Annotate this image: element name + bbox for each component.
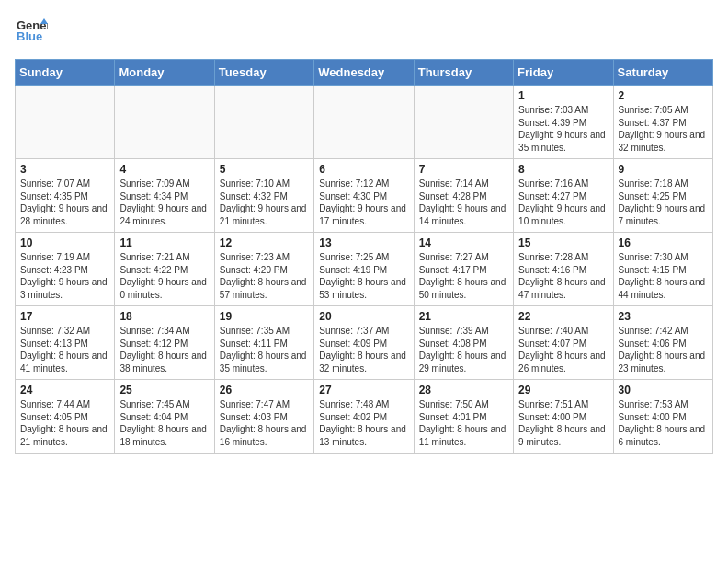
calendar-cell: 4Sunrise: 7:09 AM Sunset: 4:34 PM Daylig… xyxy=(115,159,214,233)
day-number: 3 xyxy=(20,163,109,176)
day-info: Sunrise: 7:18 AM Sunset: 4:25 PM Dayligh… xyxy=(619,178,708,227)
day-number: 10 xyxy=(20,236,109,249)
day-number: 22 xyxy=(518,310,608,323)
day-number: 1 xyxy=(518,89,608,102)
day-info: Sunrise: 7:42 AM Sunset: 4:06 PM Dayligh… xyxy=(619,325,708,374)
day-info: Sunrise: 7:50 AM Sunset: 4:01 PM Dayligh… xyxy=(419,398,508,448)
calendar-week-3: 10Sunrise: 7:19 AM Sunset: 4:23 PM Dayli… xyxy=(16,233,713,306)
day-info: Sunrise: 7:19 AM Sunset: 4:23 PM Dayligh… xyxy=(20,251,109,301)
calendar-cell: 16Sunrise: 7:30 AM Sunset: 4:15 PM Dayli… xyxy=(613,233,712,306)
day-info: Sunrise: 7:25 AM Sunset: 4:19 PM Dayligh… xyxy=(319,251,408,301)
day-info: Sunrise: 7:14 AM Sunset: 4:28 PM Dayligh… xyxy=(419,178,508,227)
day-info: Sunrise: 7:34 AM Sunset: 4:12 PM Dayligh… xyxy=(119,325,209,374)
calendar-header-row: SundayMondayTuesdayWednesdayThursdayFrid… xyxy=(16,60,713,86)
calendar-cell: 12Sunrise: 7:23 AM Sunset: 4:20 PM Dayli… xyxy=(214,233,313,306)
day-number: 12 xyxy=(220,236,309,249)
calendar-cell: 18Sunrise: 7:34 AM Sunset: 4:12 PM Dayli… xyxy=(115,306,214,380)
header-friday: Friday xyxy=(514,60,613,86)
calendar-cell xyxy=(16,86,115,159)
calendar-cell: 30Sunrise: 7:53 AM Sunset: 4:00 PM Dayli… xyxy=(613,380,712,454)
calendar-cell: 25Sunrise: 7:45 AM Sunset: 4:04 PM Dayli… xyxy=(115,380,214,454)
day-number: 4 xyxy=(119,163,209,176)
calendar-cell: 3Sunrise: 7:07 AM Sunset: 4:35 PM Daylig… xyxy=(16,159,115,233)
day-info: Sunrise: 7:35 AM Sunset: 4:11 PM Dayligh… xyxy=(220,325,309,374)
day-number: 20 xyxy=(319,310,408,323)
day-number: 26 xyxy=(220,384,309,396)
day-info: Sunrise: 7:16 AM Sunset: 4:27 PM Dayligh… xyxy=(518,178,608,227)
calendar-cell xyxy=(414,86,513,159)
calendar-cell: 24Sunrise: 7:44 AM Sunset: 4:05 PM Dayli… xyxy=(16,380,115,454)
calendar-cell: 11Sunrise: 7:21 AM Sunset: 4:22 PM Dayli… xyxy=(115,233,214,306)
calendar-table: SundayMondayTuesdayWednesdayThursdayFrid… xyxy=(15,59,713,454)
calendar-cell: 2Sunrise: 7:05 AM Sunset: 4:37 PM Daylig… xyxy=(613,86,712,159)
day-number: 18 xyxy=(119,310,209,323)
day-info: Sunrise: 7:44 AM Sunset: 4:05 PM Dayligh… xyxy=(20,398,109,448)
day-number: 7 xyxy=(419,163,508,176)
calendar-cell: 23Sunrise: 7:42 AM Sunset: 4:06 PM Dayli… xyxy=(613,306,712,380)
calendar-cell: 13Sunrise: 7:25 AM Sunset: 4:19 PM Dayli… xyxy=(314,233,414,306)
header-sunday: Sunday xyxy=(16,60,115,86)
calendar-cell: 28Sunrise: 7:50 AM Sunset: 4:01 PM Dayli… xyxy=(414,380,513,454)
calendar-cell: 1Sunrise: 7:03 AM Sunset: 4:39 PM Daylig… xyxy=(514,86,613,159)
calendar-cell xyxy=(214,86,313,159)
day-info: Sunrise: 7:45 AM Sunset: 4:04 PM Dayligh… xyxy=(119,398,209,448)
day-info: Sunrise: 7:32 AM Sunset: 4:13 PM Dayligh… xyxy=(20,325,109,374)
header-monday: Monday xyxy=(115,60,214,86)
day-info: Sunrise: 7:51 AM Sunset: 4:00 PM Dayligh… xyxy=(518,398,608,448)
day-number: 28 xyxy=(419,384,508,396)
header-saturday: Saturday xyxy=(613,60,712,86)
calendar-cell: 10Sunrise: 7:19 AM Sunset: 4:23 PM Dayli… xyxy=(16,233,115,306)
calendar-cell: 15Sunrise: 7:28 AM Sunset: 4:16 PM Dayli… xyxy=(514,233,613,306)
day-number: 6 xyxy=(319,163,408,176)
day-number: 9 xyxy=(619,163,708,176)
header-tuesday: Tuesday xyxy=(214,60,313,86)
day-number: 13 xyxy=(319,236,408,249)
day-info: Sunrise: 7:10 AM Sunset: 4:32 PM Dayligh… xyxy=(220,178,309,227)
header-wednesday: Wednesday xyxy=(314,60,414,86)
day-info: Sunrise: 7:30 AM Sunset: 4:15 PM Dayligh… xyxy=(619,251,708,301)
logo-icon: General Blue xyxy=(15,15,48,48)
day-number: 16 xyxy=(619,236,708,249)
calendar-cell: 9Sunrise: 7:18 AM Sunset: 4:25 PM Daylig… xyxy=(613,159,712,233)
calendar-cell: 5Sunrise: 7:10 AM Sunset: 4:32 PM Daylig… xyxy=(214,159,313,233)
day-number: 27 xyxy=(319,384,408,396)
svg-text:Blue: Blue xyxy=(17,29,42,43)
day-info: Sunrise: 7:21 AM Sunset: 4:22 PM Dayligh… xyxy=(119,251,209,301)
day-number: 30 xyxy=(619,384,708,396)
calendar-cell xyxy=(314,86,414,159)
day-number: 14 xyxy=(419,236,508,249)
calendar-cell: 27Sunrise: 7:48 AM Sunset: 4:02 PM Dayli… xyxy=(314,380,414,454)
day-info: Sunrise: 7:07 AM Sunset: 4:35 PM Dayligh… xyxy=(20,178,109,227)
day-info: Sunrise: 7:47 AM Sunset: 4:03 PM Dayligh… xyxy=(220,398,309,448)
day-number: 19 xyxy=(220,310,309,323)
header: General Blue xyxy=(15,15,713,48)
calendar-cell: 20Sunrise: 7:37 AM Sunset: 4:09 PM Dayli… xyxy=(314,306,414,380)
logo: General Blue xyxy=(15,15,48,48)
day-number: 11 xyxy=(119,236,209,249)
day-info: Sunrise: 7:39 AM Sunset: 4:08 PM Dayligh… xyxy=(419,325,508,374)
calendar-week-5: 24Sunrise: 7:44 AM Sunset: 4:05 PM Dayli… xyxy=(16,380,713,454)
header-thursday: Thursday xyxy=(414,60,513,86)
day-number: 29 xyxy=(518,384,608,396)
calendar-cell: 22Sunrise: 7:40 AM Sunset: 4:07 PM Dayli… xyxy=(514,306,613,380)
calendar-cell xyxy=(115,86,214,159)
calendar-cell: 14Sunrise: 7:27 AM Sunset: 4:17 PM Dayli… xyxy=(414,233,513,306)
calendar-cell: 6Sunrise: 7:12 AM Sunset: 4:30 PM Daylig… xyxy=(314,159,414,233)
day-number: 21 xyxy=(419,310,508,323)
day-info: Sunrise: 7:48 AM Sunset: 4:02 PM Dayligh… xyxy=(319,398,408,448)
day-info: Sunrise: 7:12 AM Sunset: 4:30 PM Dayligh… xyxy=(319,178,408,227)
calendar-week-2: 3Sunrise: 7:07 AM Sunset: 4:35 PM Daylig… xyxy=(16,159,713,233)
calendar-cell: 8Sunrise: 7:16 AM Sunset: 4:27 PM Daylig… xyxy=(514,159,613,233)
calendar-cell: 7Sunrise: 7:14 AM Sunset: 4:28 PM Daylig… xyxy=(414,159,513,233)
calendar-cell: 26Sunrise: 7:47 AM Sunset: 4:03 PM Dayli… xyxy=(214,380,313,454)
day-number: 23 xyxy=(619,310,708,323)
day-number: 2 xyxy=(619,89,708,102)
day-number: 17 xyxy=(20,310,109,323)
calendar-cell: 21Sunrise: 7:39 AM Sunset: 4:08 PM Dayli… xyxy=(414,306,513,380)
day-info: Sunrise: 7:09 AM Sunset: 4:34 PM Dayligh… xyxy=(119,178,209,227)
day-number: 25 xyxy=(119,384,209,396)
day-number: 15 xyxy=(518,236,608,249)
day-number: 24 xyxy=(20,384,109,396)
day-info: Sunrise: 7:53 AM Sunset: 4:00 PM Dayligh… xyxy=(619,398,708,448)
calendar-week-4: 17Sunrise: 7:32 AM Sunset: 4:13 PM Dayli… xyxy=(16,306,713,380)
